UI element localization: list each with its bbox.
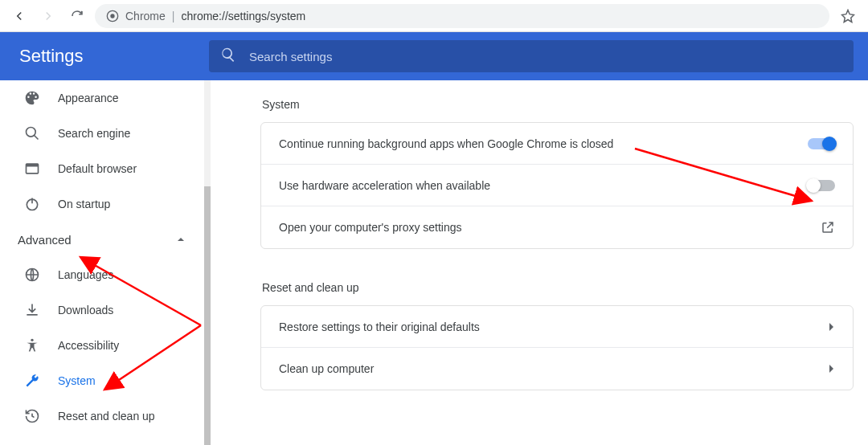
globe-icon [24, 267, 40, 283]
sidebar-item-system[interactable]: System [0, 363, 204, 398]
advanced-label: Advanced [18, 233, 72, 247]
toggle-hardware-accel[interactable] [808, 180, 835, 191]
wrench-icon [24, 373, 40, 389]
sidebar-item-downloads[interactable]: Downloads [0, 292, 204, 328]
sidebar-item-label: On startup [58, 198, 110, 210]
row-label: Restore settings to their original defau… [279, 320, 829, 333]
reset-card: Restore settings to their original defau… [260, 305, 854, 390]
forward-button[interactable] [37, 5, 59, 27]
sidebar-scrollbar-thumb[interactable] [204, 186, 211, 445]
url-text: chrome://settings/system [181, 10, 305, 22]
toggle-background-apps[interactable] [808, 138, 835, 149]
svg-rect-4 [27, 164, 39, 166]
sidebar-item-search-engine[interactable]: Search engine [0, 116, 204, 151]
back-button[interactable] [8, 5, 31, 27]
row-label: Use hardware acceleration when available [279, 179, 808, 192]
row-proxy-settings[interactable]: Open your computer's proxy settings [261, 206, 853, 248]
sidebar-item-label: Search engine [58, 127, 130, 140]
divider: | [172, 10, 175, 22]
sidebar-item-appearance[interactable]: Appearance [0, 80, 204, 116]
reload-button[interactable] [66, 5, 88, 27]
search-input[interactable] [249, 50, 842, 63]
address-bar[interactable]: Chrome | chrome://settings/system [95, 4, 829, 28]
reset-heading: Reset and clean up [262, 281, 854, 294]
chevron-right-icon [829, 322, 835, 332]
sidebar-item-languages[interactable]: Languages [0, 257, 204, 292]
external-link-icon [821, 220, 835, 235]
row-cleanup-computer[interactable]: Clean up computer [261, 348, 853, 390]
row-hardware-accel: Use hardware acceleration when available [261, 165, 853, 206]
accessibility-icon [24, 337, 40, 353]
row-restore-defaults[interactable]: Restore settings to their original defau… [261, 306, 853, 348]
system-heading: System [262, 98, 854, 111]
sidebar-item-label: System [58, 374, 96, 387]
sidebar-item-label: Default browser [58, 162, 137, 175]
power-icon [24, 196, 40, 212]
page-title: Settings [0, 46, 209, 67]
settings-header: Settings [0, 32, 868, 80]
system-card: Continue running background apps when Go… [260, 122, 854, 249]
sidebar-item-on-startup[interactable]: On startup [0, 186, 204, 222]
search-icon [24, 125, 40, 141]
sidebar-item-default-browser[interactable]: Default browser [0, 151, 204, 186]
row-background-apps: Continue running background apps when Go… [261, 123, 853, 165]
chevron-up-icon [177, 232, 185, 247]
palette-icon [24, 90, 40, 106]
browser-nav-bar: Chrome | chrome://settings/system [0, 0, 868, 32]
svg-point-1 [110, 14, 114, 18]
sidebar-item-label: Accessibility [58, 339, 119, 352]
bookmark-star-icon[interactable] [836, 9, 860, 23]
search-box[interactable] [209, 40, 854, 72]
row-label: Open your computer's proxy settings [279, 221, 821, 234]
chrome-icon [106, 10, 119, 22]
sidebar-item-label: Languages [58, 268, 113, 281]
row-label: Clean up computer [279, 362, 829, 375]
sidebar-item-accessibility[interactable]: Accessibility [0, 328, 204, 363]
sidebar-section-advanced[interactable]: Advanced [0, 222, 204, 257]
sidebar-item-label: Reset and clean up [58, 410, 155, 423]
settings-main: System Continue running background apps … [211, 80, 868, 445]
settings-sidebar: Appearance Search engine Default browser… [0, 80, 204, 445]
origin-label: Chrome [125, 10, 166, 22]
chevron-right-icon [829, 364, 835, 374]
row-label: Continue running background apps when Go… [279, 137, 808, 150]
svg-point-2 [27, 128, 36, 137]
svg-point-7 [31, 339, 33, 341]
browser-icon [24, 161, 40, 177]
restore-icon [24, 408, 40, 424]
sidebar-item-reset[interactable]: Reset and clean up [0, 398, 204, 434]
sidebar-item-label: Appearance [58, 92, 119, 104]
search-icon [220, 47, 236, 66]
sidebar-item-label: Downloads [58, 304, 113, 316]
download-icon [24, 302, 40, 318]
